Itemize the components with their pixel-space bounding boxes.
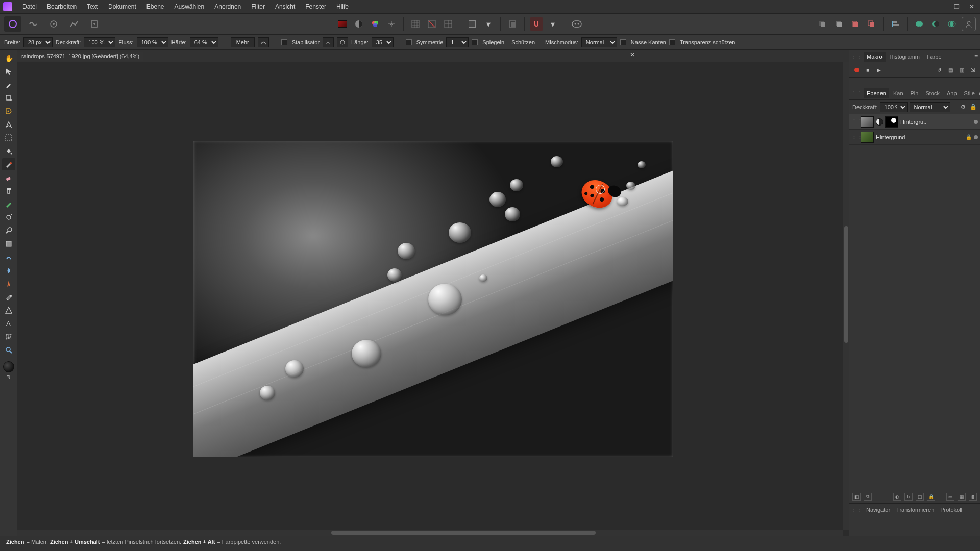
length-input[interactable]: 35 xyxy=(372,37,394,47)
layer-locked-icon[interactable]: 🔒 xyxy=(966,134,972,140)
smudge-tool[interactable] xyxy=(2,251,15,263)
scrollbar-horizontal[interactable] xyxy=(17,530,843,536)
grid-off-icon[interactable] xyxy=(425,17,438,31)
flood-fill-tool[interactable] xyxy=(2,145,15,157)
flow-input[interactable]: 100 % xyxy=(137,37,168,47)
arrange-backward-icon[interactable] xyxy=(832,17,845,31)
menu-fenster[interactable]: Fenster xyxy=(300,1,331,12)
canvas-image[interactable] xyxy=(193,141,673,457)
menu-text[interactable]: Text xyxy=(82,1,103,12)
layer-visibility-toggle[interactable]: ⋮⋮ xyxy=(851,134,859,140)
persona-develop[interactable] xyxy=(45,16,62,32)
layer-row[interactable]: ⋮⋮ Hintergru.. xyxy=(849,114,980,130)
move-tool[interactable] xyxy=(2,65,15,78)
marquee-tool[interactable] xyxy=(2,132,15,144)
menu-auswählen[interactable]: Auswählen xyxy=(169,1,209,12)
symmetry-input[interactable]: 1 xyxy=(446,37,469,47)
layer-group-btn[interactable]: ▭ xyxy=(946,493,954,501)
menu-ansicht[interactable]: Ansicht xyxy=(270,1,300,12)
tab-farbe[interactable]: Farbe xyxy=(924,52,945,62)
arrange-front-icon[interactable] xyxy=(865,17,878,31)
flood-select-tool[interactable] xyxy=(2,105,15,117)
wet-edges-checkbox[interactable] xyxy=(620,39,626,45)
autocolor-icon[interactable] xyxy=(369,17,382,31)
quickmask-icon[interactable] xyxy=(465,17,479,31)
tab-transformieren[interactable]: Transformieren xyxy=(894,505,937,514)
layer-lockall-btn[interactable]: 🔒 xyxy=(927,493,935,501)
stabilizer-checkbox[interactable] xyxy=(281,39,287,45)
color-well[interactable] xyxy=(3,361,14,372)
crop-tool[interactable] xyxy=(2,92,15,104)
paint-brush-tool[interactable] xyxy=(2,158,15,170)
clone-tool[interactable] xyxy=(2,185,15,197)
stabilizer-mode-window-icon[interactable] xyxy=(337,37,348,47)
boolean-add-icon[interactable] xyxy=(913,17,926,31)
protect-alpha-checkbox[interactable] xyxy=(669,39,675,45)
persona-tonemap[interactable] xyxy=(65,16,83,32)
burn-tool[interactable] xyxy=(2,224,15,237)
account-icon[interactable] xyxy=(962,17,976,31)
tab-stile[interactable]: Stile xyxy=(961,88,978,98)
layer-fx-btn[interactable]: fx xyxy=(904,493,913,501)
layer-delete-btn[interactable]: 🗑 xyxy=(969,493,977,501)
menu-ebene[interactable]: Ebene xyxy=(141,1,169,12)
macro-list1-icon[interactable]: ▤ xyxy=(946,66,954,74)
layer-blend-select[interactable]: Normal xyxy=(910,102,950,112)
tab-navigator[interactable]: Navigator xyxy=(864,505,893,514)
persona-photo[interactable] xyxy=(4,16,21,32)
macro-export-icon[interactable]: ⇲ xyxy=(969,66,977,74)
autocontrast-icon[interactable] xyxy=(352,17,365,31)
snapping-chevron-icon[interactable]: ▾ xyxy=(546,17,559,31)
layer-visibility-toggle[interactable]: ⋮⋮ xyxy=(851,118,859,125)
menu-datei[interactable]: Datei xyxy=(17,1,42,12)
blendmode-select[interactable]: Normal xyxy=(581,37,617,47)
zoom-tool[interactable] xyxy=(2,344,15,356)
menu-hilfe[interactable]: Hilfe xyxy=(331,1,354,12)
scrollbar-vertical[interactable] xyxy=(843,62,849,530)
menu-anordnen[interactable]: Anordnen xyxy=(209,1,246,12)
color-swap-icon[interactable]: ⇅ xyxy=(7,374,11,380)
layer-adjust-btn[interactable]: ◐ xyxy=(893,493,901,501)
autowhitebalance-icon[interactable] xyxy=(385,17,398,31)
sharpen-tool[interactable] xyxy=(2,278,15,290)
layer-opacity-input[interactable]: 100 % xyxy=(880,102,908,112)
tab-pin[interactable]: Pin xyxy=(908,88,922,98)
navigator-panel-menu-icon[interactable]: ≡ xyxy=(975,507,978,513)
snapping-icon[interactable] xyxy=(530,17,543,31)
quickmask-chevron-icon[interactable]: ▾ xyxy=(482,17,495,31)
hardness-input[interactable]: 64 % xyxy=(190,37,218,47)
macro-panel-menu-icon[interactable]: ≡ xyxy=(974,53,978,60)
layer-visible-dot[interactable] xyxy=(974,135,978,139)
layer-row[interactable]: ⋮⋮ Hintergrund 🔒 xyxy=(849,130,980,145)
tab-histogramm[interactable]: Histogramm xyxy=(887,52,923,62)
stabilizer-mode-rope-icon[interactable] xyxy=(323,37,334,47)
shape-tool[interactable] xyxy=(2,304,15,316)
minimize-button[interactable]: — xyxy=(936,3,946,10)
clip-to-canvas-icon[interactable] xyxy=(506,17,519,31)
document-tab[interactable]: raindrops-574971_1920.jpg [Geändert] (64… xyxy=(17,52,143,61)
macro-record-button[interactable] xyxy=(852,66,861,74)
document-tab-close[interactable]: ✕ xyxy=(630,51,635,58)
more-button[interactable]: Mehr xyxy=(231,37,255,47)
selection-brush-tool[interactable] xyxy=(2,79,15,91)
close-button[interactable]: ✕ xyxy=(967,3,977,10)
macro-play-button[interactable]: ▶ xyxy=(875,66,883,74)
layer-mask-thumb[interactable] xyxy=(885,116,898,128)
boolean-subtract-icon[interactable] xyxy=(929,17,942,31)
macro-list2-icon[interactable]: ▥ xyxy=(958,66,966,74)
pen-tool[interactable] xyxy=(2,118,15,131)
layer-crop-btn[interactable]: ◱ xyxy=(916,493,924,501)
layer-lock-icon[interactable]: 🔒 xyxy=(970,104,977,110)
blur-tool[interactable] xyxy=(2,264,15,277)
arrange-back-icon[interactable] xyxy=(816,17,829,31)
maximize-button[interactable]: ❐ xyxy=(951,3,962,10)
tab-stock[interactable]: Stock xyxy=(922,88,943,98)
macro-reset-icon[interactable]: ↺ xyxy=(935,66,943,74)
tab-makro[interactable]: Makro xyxy=(864,52,886,62)
inpainting-tool[interactable] xyxy=(2,198,15,210)
sponge-tool[interactable] xyxy=(2,238,15,250)
tab-anp[interactable]: Anp xyxy=(944,88,960,98)
swatch-foreground-icon[interactable] xyxy=(336,17,349,31)
layer-mask-btn[interactable]: ◧ xyxy=(852,493,861,501)
tab-protokoll[interactable]: Protokoll xyxy=(938,505,965,514)
